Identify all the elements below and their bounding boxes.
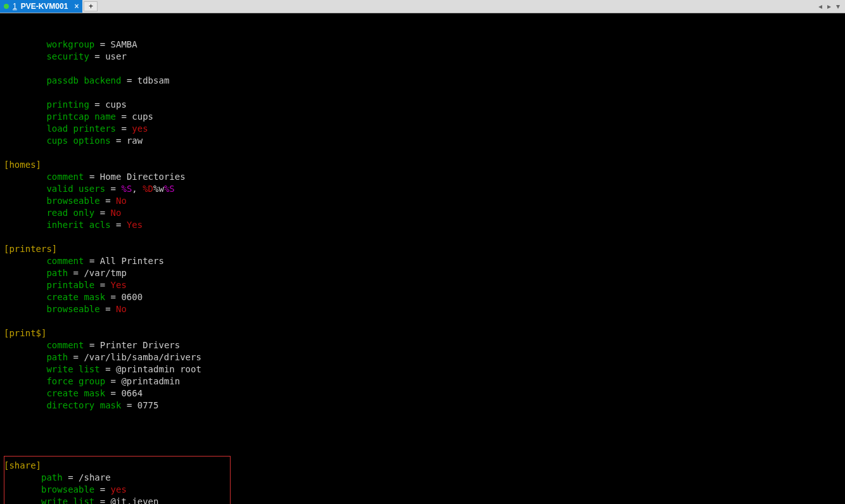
- terminal-line: passdb backend = tdbsam: [4, 75, 841, 87]
- terminal-line: read only = No: [4, 207, 841, 219]
- terminal-line: [4, 63, 841, 75]
- next-tab-icon[interactable]: ▸: [827, 2, 831, 11]
- terminal-line: cups options = raw: [4, 135, 841, 147]
- terminal-line: comment = Home Directories: [4, 171, 841, 183]
- new-tab-button[interactable]: +: [84, 1, 98, 11]
- terminal-line: security = user: [4, 51, 841, 63]
- terminal-line: comment = Printer Drivers: [4, 339, 841, 351]
- connection-status-icon: [4, 4, 9, 9]
- terminal-line: printcap name = cups: [4, 111, 841, 123]
- terminal-line: [4, 436, 841, 448]
- terminal-line: [4, 231, 841, 243]
- terminal-line: browseable = yes: [4, 484, 841, 496]
- terminal-line: load printers = yes: [4, 123, 841, 135]
- terminal-line: comment = All Printers: [4, 255, 841, 267]
- terminal-line: workgroup = SAMBA: [4, 39, 841, 51]
- terminal-line: [printers]: [4, 243, 841, 255]
- tab-bar-controls: ◂ ▸ ▾: [818, 0, 845, 13]
- terminal-line: [4, 412, 841, 424]
- prev-tab-icon[interactable]: ◂: [818, 2, 822, 11]
- terminal-line: write list = @it,jeven: [4, 496, 841, 504]
- tab-title: PVE-KVM001: [21, 2, 68, 11]
- terminal-line: inherit acls = Yes: [4, 219, 841, 231]
- terminal-line: path = /share: [4, 472, 841, 484]
- terminal-line: force group = @printadmin: [4, 375, 841, 387]
- terminal-line: path = /var/tmp: [4, 267, 841, 279]
- terminal-line: browseable = No: [4, 195, 841, 207]
- terminal[interactable]: workgroup = SAMBA security = user passdb…: [0, 13, 845, 504]
- terminal-line: directory mask = 0775: [4, 400, 841, 412]
- terminal-line: [4, 424, 841, 436]
- tab-bar: 1 PVE-KVM001 × + ◂ ▸ ▾: [0, 0, 845, 13]
- app-window: 1 PVE-KVM001 × + ◂ ▸ ▾ workgroup = SAMBA…: [0, 0, 845, 504]
- terminal-line: [4, 315, 841, 327]
- terminal-content: workgroup = SAMBA security = user passdb…: [4, 39, 841, 504]
- tab-active[interactable]: 1 PVE-KVM001 ×: [0, 0, 82, 13]
- terminal-line: [share]: [4, 460, 841, 472]
- terminal-line: [4, 87, 841, 99]
- terminal-line: [print$]: [4, 327, 841, 339]
- terminal-line: printing = cups: [4, 99, 841, 111]
- terminal-line: [4, 448, 841, 460]
- terminal-line: valid users = %S, %D%w%S: [4, 183, 841, 195]
- terminal-line: create mask = 0600: [4, 291, 841, 303]
- terminal-line: write list = @printadmin root: [4, 363, 841, 375]
- terminal-line: path = /var/lib/samba/drivers: [4, 351, 841, 363]
- terminal-line: [homes]: [4, 159, 841, 171]
- tab-menu-icon[interactable]: ▾: [836, 2, 840, 11]
- terminal-line: create mask = 0664: [4, 387, 841, 400]
- terminal-line: [4, 147, 841, 159]
- terminal-line: browseable = No: [4, 303, 841, 315]
- close-icon[interactable]: ×: [74, 2, 79, 11]
- tab-index: 1: [13, 2, 17, 11]
- terminal-line: printable = Yes: [4, 279, 841, 291]
